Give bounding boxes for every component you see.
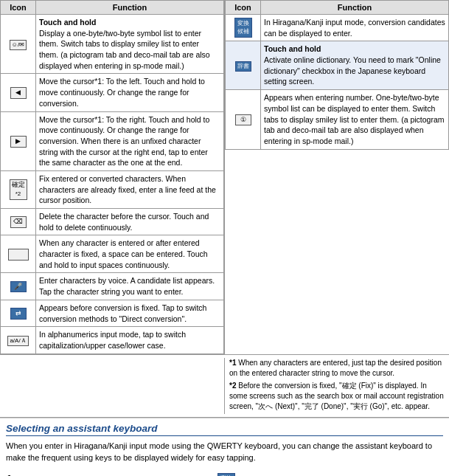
icon-cell [1, 235, 36, 273]
function-cell: Enter characters by voice. A candidate l… [36, 273, 224, 300]
icon-cell: ◀ [1, 74, 36, 111]
icon-cell: 辞書 [226, 41, 261, 90]
selecting-title: Selecting an assistant keyboard [6, 423, 443, 436]
step-1-text: On a character entry screen, touch and h… [28, 473, 239, 476]
function-text-1: Display a one-byte/two-byte symbol list … [39, 29, 210, 70]
function-cell: Fix entered or converted characters. Whe… [36, 170, 224, 208]
icon-number-symbol: ① [235, 114, 251, 126]
table-row: 変換候補 In Hiragana/Kanji input mode, conve… [226, 15, 449, 41]
cell-label-touch-hold-left: Touch and hold [39, 18, 96, 27]
function-text-r1: In Hiragana/Kanji input mode, conversion… [264, 18, 445, 38]
table-row: 確定*2 Fix entered or converted characters… [1, 170, 224, 208]
icon-symbol-dual: ☺/✉ [10, 40, 27, 50]
note-item-1: *1 When any characters are entered, just… [229, 358, 445, 379]
icon-cell: ☺/✉ [1, 15, 36, 74]
function-text-3: Move the cursor*1: To the right. Touch a… [39, 115, 209, 168]
icon-cell: 変換候補 [226, 15, 261, 41]
function-cell: Move the cursor*1: To the right. Touch a… [36, 111, 224, 170]
icon-cell: 確定*2 [1, 170, 36, 208]
table-row: ◀ Move the cursor*1: To the left. Touch … [1, 74, 224, 111]
icon-dictionary: 辞書 [235, 61, 251, 72]
function-text-8: Appears before conversion is fixed. Tap … [39, 303, 206, 323]
table-row: a/A/Ａ In alphanumerics input mode, tap t… [1, 327, 224, 353]
icon-fix: 確定*2 [10, 179, 27, 199]
notes-left [4, 358, 225, 414]
icon-cell: ① [226, 90, 261, 149]
icon-voice: 🎤 [10, 281, 27, 293]
function-cell: In Hiragana/Kanji input mode, conversion… [261, 15, 449, 41]
function-cell: Touch and hold Activate online dictionar… [261, 41, 449, 90]
step-1-number: 1 [6, 473, 24, 476]
icon-caps: a/A/Ａ [7, 336, 28, 346]
icon-cell: ⌫ [1, 209, 36, 235]
left-table: Icon Function ☺/✉ Touch and hold Display… [0, 0, 225, 354]
function-cell: Appears before conversion is fixed. Tap … [36, 300, 224, 326]
function-text-5: Delete the character before the cursor. … [39, 212, 209, 232]
function-cell: In alphanumerics input mode, tap to swit… [36, 327, 224, 353]
table-row: ☺/✉ Touch and hold Display a one-byte/tw… [1, 15, 224, 74]
icon-cell: a/A/Ａ [1, 327, 36, 353]
function-text-6: When any character is entered or after e… [39, 238, 208, 269]
icon-cell: ⇄ [1, 300, 36, 326]
icon-kanji-candidate: 変換候補 [234, 18, 252, 38]
cell-label-touch-hold-right: Touch and hold [264, 44, 321, 53]
left-col-function: Function [36, 1, 224, 15]
icon-right-arrow: ▶ [10, 136, 27, 148]
function-text-7: Enter characters by voice. A candidate l… [39, 276, 215, 296]
function-cell: Appears when entering number. One-byte/t… [261, 90, 449, 149]
table-row: ▶ Move the cursor*1: To the right. Touch… [1, 111, 224, 170]
function-text-r2: Activate online dictionary. You need to … [264, 55, 441, 86]
icon-cell: 🎤 [1, 273, 36, 300]
left-col-icon: Icon [1, 1, 36, 15]
function-cell: Delete the character before the cursor. … [36, 209, 224, 235]
function-text-2: Move the cursor*1: To the left. Touch an… [39, 77, 205, 107]
icon-cell: ▶ [1, 111, 36, 170]
function-text-r3: Appears when entering number. One-byte/t… [264, 93, 445, 145]
table-row: ① Appears when entering number. One-byte… [226, 90, 449, 149]
notes-section: *1 When any characters are entered, just… [0, 355, 449, 418]
selecting-body: When you enter in Hiragana/Kanji input m… [6, 440, 443, 464]
note-marker-2: *2 Before the conversion is fixed, "確定 (… [229, 382, 444, 410]
table-row: ⇄ Appears before conversion is fixed. Ta… [1, 300, 224, 326]
right-col-icon: Icon [226, 1, 261, 15]
function-text-4: Fix entered or converted characters. Whe… [39, 174, 216, 204]
note-marker-1: *1 When any characters are entered, just… [229, 359, 442, 377]
icon-left-arrow: ◀ [10, 87, 27, 99]
icon-space [8, 249, 29, 261]
step-1-icon: 変換候補 [217, 473, 235, 476]
function-cell: Touch and hold Display a one-byte/two-by… [36, 15, 224, 74]
right-col-function: Function [261, 1, 449, 15]
function-cell: Move the cursor*1: To the left. Touch an… [36, 74, 224, 111]
icon-conversion: ⇄ [10, 308, 27, 320]
step-1: 1 On a character entry screen, touch and… [6, 473, 443, 476]
icon-delete: ⌫ [10, 216, 27, 228]
table-row: ⌫ Delete the character before the cursor… [1, 209, 224, 235]
table-row: 🎤 Enter characters by voice. A candidate… [1, 273, 224, 300]
selecting-section: Selecting an assistant keyboard When you… [0, 418, 449, 473]
page-container: Icon Function ☺/✉ Touch and hold Display… [0, 0, 449, 476]
notes-right: *1 When any characters are entered, just… [225, 358, 445, 414]
steps-section: 1 On a character entry screen, touch and… [0, 473, 449, 476]
tables-row: Icon Function ☺/✉ Touch and hold Display… [0, 0, 449, 355]
table-row: 辞書 Touch and hold Activate online dictio… [226, 41, 449, 90]
table-row: When any character is entered or after e… [1, 235, 224, 273]
note-item-2: *2 Before the conversion is fixed, "確定 (… [229, 381, 445, 412]
function-cell: When any character is entered or after e… [36, 235, 224, 273]
right-table: Icon Function 変換候補 In Hiragana/Kanji inp… [225, 0, 449, 354]
function-text-9: In alphanumerics input mode, tap to swit… [39, 330, 186, 350]
